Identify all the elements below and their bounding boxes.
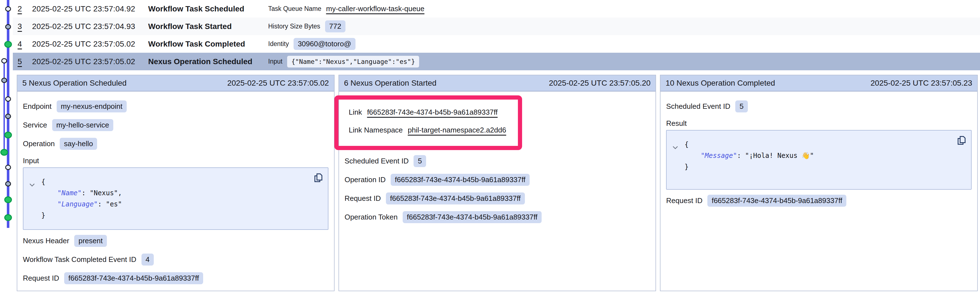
detail-row-value-link[interactable]: 3c0c75ccfa8144b092c13ce632463761 [66,292,191,294]
detail-row-label: Workflow Task Completed Event ID [23,255,137,264]
json-line: "Message": "¡Hola! Nexus 👋" [684,150,951,161]
detail-row-label: Scheduled Event ID [666,102,730,111]
detail-row-value-badge: say-hello [60,138,97,150]
timeline-event-dot-white [6,165,11,170]
event-name: Workflow Task Completed [148,40,268,49]
detail-code-label: Input [23,156,328,165]
detail-row: Operation Tokenf665283f-743e-4374-b45b-9… [345,211,650,223]
timeline-event-dot-gray [6,114,11,119]
detail-row-label: Service [23,121,47,129]
detail-row: Linkf665283f-743e-4374-b45b-9a61a89337ff [349,106,506,118]
event-name: Workflow Task Scheduled [148,5,268,13]
event-id-link[interactable]: 5 [13,57,32,66]
panel-title: 6 Nexus Operation Started [344,79,437,87]
copy-icon[interactable] [956,135,967,147]
panel-timestamp: 2025-02-25 UTC 23:57:05.02 [227,79,329,87]
timeline-event-dot-gray [6,181,11,186]
event-attribute-value-badge: 30960@totoro@ [294,38,355,50]
detail-row-value-badge: present [74,235,107,247]
event-attribute-label: History Size Bytes [268,22,320,30]
detail-row-value-badge: f665283f-743e-4374-b45b-9a61a89337ff [402,211,542,223]
event-timestamp: 2025-02-25 UTC 23:57:05.02 [32,57,148,66]
detail-row: Endpointmy-nexus-endpoint [23,100,328,113]
timeline-event-dot-white [6,97,11,101]
json-text: : "es" [98,200,122,208]
event-id-link[interactable]: 2 [13,5,32,13]
json-code-block: { "Name": "Nexus", "Language": "es"} [23,167,328,230]
timeline-event-dot-gray [2,78,7,83]
panel-timestamp: 2025-02-25 UTC 23:57:05.20 [549,79,651,87]
detail-row-value-badge: my-hello-service [52,119,113,131]
event-row[interactable]: 42025-02-25 UTC 23:57:05.02Workflow Task… [13,35,980,53]
json-text: : "¡Hola! Nexus 👋" [737,152,814,160]
timeline-event-dot-green [5,132,11,138]
panel-header: 6 Nexus Operation Started2025-02-25 UTC … [339,75,656,92]
panel-header: 10 Nexus Operation Completed2025-02-25 U… [660,75,977,92]
event-detail-panel: 10 Nexus Operation Completed2025-02-25 U… [660,75,978,291]
detail-row: Servicemy-hello-service [23,119,328,131]
detail-row-value-badge: f665283f-743e-4374-b45b-9a61a89337ff [386,192,525,205]
panel-body: Linkf665283f-743e-4374-b45b-9a61a89337ff… [339,92,656,223]
json-line: { [684,139,951,150]
detail-row: Nexus Headerpresent [23,235,328,247]
event-attribute: Task Queue Namemy-caller-workflow-task-q… [268,5,425,13]
detail-row-label: Operation ID [345,175,386,184]
detail-row-label: Link Namespace [349,126,403,134]
copy-icon[interactable] [313,172,323,184]
detail-row: Link Namespacephil-target-namespace2.a2d… [349,124,506,136]
event-attribute-value-json: {"Name":"Nexus","Language":"es"} [287,56,419,67]
json-line: "Language": "es" [41,199,309,210]
timeline-event-dot-gray [6,25,11,29]
detail-row: Operation IDf665283f-743e-4374-b45b-9a61… [345,174,650,186]
event-detail-panel: 6 Nexus Operation Started2025-02-25 UTC … [339,75,656,291]
detail-code-label: Result [666,119,972,128]
detail-row-value-badge: f665283f-743e-4374-b45b-9a61a89337ff [64,272,203,284]
detail-row: Operationsay-hello [23,138,328,150]
event-attribute-label: Identity [268,40,289,48]
detail-row-label: Operation Token [345,213,398,221]
panel-timestamp: 2025-02-25 UTC 23:57:05.23 [870,79,972,87]
event-row[interactable]: 22025-02-25 UTC 23:57:04.92Workflow Task… [13,0,980,17]
json-text: { [41,178,45,186]
detail-row: Scheduled Event ID5 [666,100,972,113]
event-row[interactable]: 32025-02-25 UTC 23:57:04.93Workflow Task… [13,17,980,35]
detail-row: Request IDf665283f-743e-4374-b45b-9a61a8… [666,195,972,207]
detail-row-label: Nexus Header [23,237,69,245]
detail-row-value-badge: f665283f-743e-4374-b45b-9a61a89337ff [391,174,530,186]
event-timestamp: 2025-02-25 UTC 23:57:04.92 [32,5,148,13]
event-history-list: 22025-02-25 UTC 23:57:04.92Workflow Task… [13,0,980,70]
timeline-event-dot-green [1,149,8,156]
detail-row-value-link[interactable]: f665283f-743e-4374-b45b-9a61a89337ff [367,108,498,117]
detail-row-value-badge: 5 [735,100,748,113]
detail-row-value-link[interactable]: phil-target-namespace2.a2dd6 [408,126,506,134]
event-id-link[interactable]: 3 [13,22,32,31]
json-code-block: { "Message": "¡Hola! Nexus 👋"} [666,130,972,190]
detail-row: Scheduled Event ID5 [345,155,650,167]
json-text: { [684,141,689,148]
json-line: { [41,176,309,188]
detail-row-label: Request ID [666,196,702,205]
json-key: "Language" [41,200,98,208]
chevron-down-icon[interactable] [672,142,678,153]
event-attribute-label: Task Queue Name [268,5,321,13]
detail-row: Workflow Task Completed Event ID4 [23,254,328,265]
event-row[interactable]: 52025-02-25 UTC 23:57:05.02Nexus Operati… [13,53,980,70]
event-attribute: Identity30960@totoro@ [268,38,355,50]
event-attribute: Input{"Name":"Nexus","Language":"es"} [268,56,419,67]
panel-body: Endpointmy-nexus-endpointServicemy-hello… [17,92,334,294]
detail-row: Request IDf665283f-743e-4374-b45b-9a61a8… [345,192,650,205]
json-line: } [41,210,309,221]
json-line: } [684,161,951,172]
chevron-down-icon[interactable] [29,179,35,190]
event-attribute-value-link[interactable]: my-caller-workflow-task-queue [326,5,425,13]
detail-row-label: Request ID [345,194,381,203]
detail-row-value-badge: 5 [414,155,426,167]
panel-title: 5 Nexus Operation Scheduled [22,79,127,87]
timeline-event-dot-white [6,7,11,11]
event-id-link[interactable]: 4 [13,40,32,49]
detail-row: Endpoint ID3c0c75ccfa8144b092c13ce632463… [23,291,328,294]
panel-header: 5 Nexus Operation Scheduled2025-02-25 UT… [17,75,334,92]
event-attribute: History Size Bytes772 [268,21,345,32]
json-text: : "Nexus", [82,189,122,197]
json-key: "Message" [684,152,737,160]
